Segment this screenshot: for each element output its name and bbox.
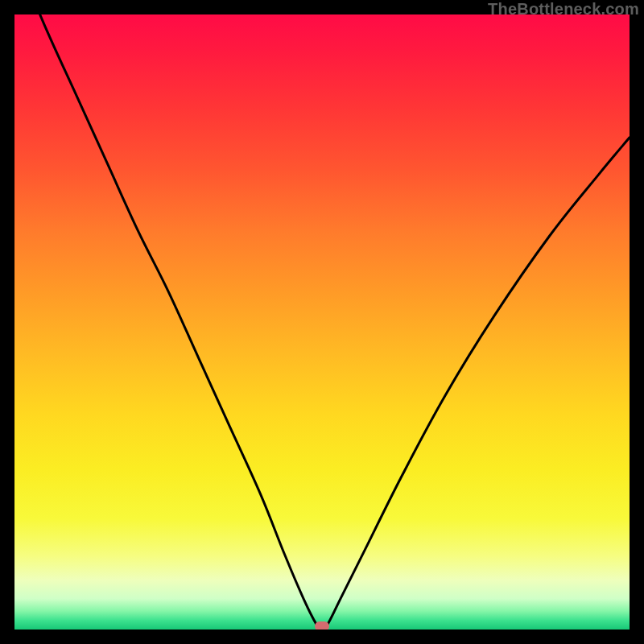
chart-frame: TheBottleneck.com bbox=[0, 0, 644, 644]
plot-area bbox=[14, 14, 630, 630]
bottleneck-curve bbox=[14, 14, 630, 630]
watermark-text: TheBottleneck.com bbox=[488, 0, 639, 19]
optimum-marker bbox=[315, 621, 329, 630]
